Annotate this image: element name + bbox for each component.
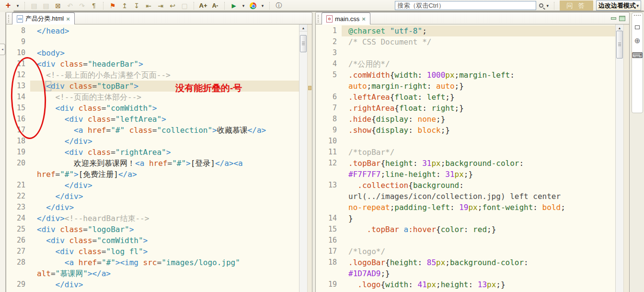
code-line[interactable]: #F7F7F7;line-height: 31px;} [316,169,615,180]
code-line[interactable]: alt="慕课网"></a> [6,268,299,279]
view-mode-select[interactable]: 边改边看模式 ▾ [596,0,641,11]
code-line[interactable]: 19 <div class="rightArea"> [6,147,299,158]
next-edit-button[interactable]: ↧ [131,1,142,11]
font-decrease-button[interactable]: A- [210,1,220,11]
tab-html-file[interactable]: <> 产品分类.html × [12,12,75,24]
code-line[interactable]: 20 欢迎来到慕课网！<a href="#">[登录]</a><a [6,158,299,169]
code-line[interactable]: 11<div class="headerBar"> [6,58,299,70]
code-line[interactable]: 9.show{display: block;} [316,125,615,136]
code-line[interactable]: 17/*logo*/ [316,246,615,257]
run-in-browser-button[interactable]: ▶ [229,1,239,11]
code-line[interactable]: 6.leftArea{float: left;} [316,92,615,103]
shift-right-button[interactable]: ⇥ [155,1,166,11]
right-scrollbar[interactable]: ▲ [615,24,623,292]
undo-button[interactable]: ↶ [65,1,75,11]
code-line[interactable]: 25<div class="logoBar"> [6,224,299,235]
code-line[interactable]: 27 <div class="log fl"> [6,246,299,257]
close-icon[interactable]: × [66,16,70,22]
feedback-button[interactable]: ⓘ [274,1,284,11]
web-globe-icon[interactable]: ⊕ [634,37,641,44]
restore-view-icon[interactable] [635,25,640,29]
code-line[interactable]: 8.hide{display: none;} [316,114,615,125]
code-line[interactable]: 13 <div class="topBar"> [6,81,299,92]
line-number: 17 [6,125,30,136]
tabbar-grip[interactable] [8,15,11,23]
code-line[interactable]: 16 [316,235,615,246]
sidebar-restore-handle[interactable]: ◂ [0,44,5,55]
code-line[interactable]: 29 </div> [6,279,299,290]
code-line[interactable]: 23 </div> [6,202,299,213]
close-icon[interactable]: × [362,16,366,22]
code-line[interactable]: 5.comWidth{width: 1000px;margin-left: [316,70,615,81]
bookmark-button[interactable]: ⚑ [107,1,118,11]
code-line[interactable]: 15 <div class="comWidth"> [6,103,299,114]
code-line[interactable]: 18.logoBar{height: 85px;background-color… [316,257,615,268]
code-line[interactable]: 12.topBar{height: 31px;background-color: [316,158,615,169]
window-maximize-icon[interactable] [619,16,625,21]
code-line[interactable]: 10 [316,136,615,147]
scroll-up-icon[interactable]: ▲ [299,24,307,32]
keyboard-icon[interactable]: ⌨ [632,52,643,59]
code-line[interactable]: auto;margin-right: auto;} [316,81,615,92]
code-line[interactable]: #1D7AD9;} [316,268,615,279]
run-in-chrome-button[interactable] [248,1,258,11]
code-line[interactable]: 4/*公用的*/ [316,58,615,70]
code-line[interactable]: 7.rightArea{float: right;} [316,103,615,114]
redo-button[interactable]: ↷ [77,1,87,11]
code-line[interactable]: 13 .collection{background: [316,180,615,191]
previous-edit-button[interactable]: ↥ [119,1,130,11]
code-line[interactable]: 12 <!--最上面的小条占满整个页面--> [6,70,299,81]
new-file-dropdown[interactable]: ▾ [15,1,21,11]
chrome-dropdown[interactable]: ▾ [260,1,265,11]
code-line[interactable]: 28 <a href="#"><img src="images/logo.jpg… [6,257,299,268]
qa-button[interactable]: 问 答 [560,0,593,11]
close-saved-files-button[interactable]: ⊠ [53,1,63,11]
code-line[interactable]: 22 </div> [6,191,299,202]
save-button[interactable]: ▤ [29,1,39,11]
left-scrollbar-thumb[interactable] [300,35,307,52]
right-scrollbar-thumb[interactable] [616,31,623,58]
code-line[interactable]: 16 <div class="leftArea"> [6,114,299,125]
highlight-marker[interactable] [308,86,311,90]
code-line[interactable]: 3 [316,47,615,58]
code-line[interactable]: 1@charset "utf-8"; [316,25,615,36]
search-icon[interactable] [539,3,543,8]
strip-grip[interactable] [634,15,641,17]
code-line[interactable]: 15 .topBar a:hover{color: red;} [316,224,615,235]
code-text: <div class="logoBar"> [30,224,299,235]
code-line[interactable]: 24</div><!--heardBar结束--> [6,213,299,224]
font-increase-button[interactable]: A+ [198,1,208,11]
line-number: 11 [316,147,342,158]
new-file-button[interactable]: + [3,1,13,11]
code-line[interactable]: 18 </div> [6,136,299,147]
code-line[interactable]: 26 <div class="comWidth"> [6,235,299,246]
code-line[interactable]: 19 .logo{width: 41px;height: 13px;} [316,279,615,290]
line-number: 18 [6,136,30,147]
code-line[interactable]: 8</head> [6,25,299,36]
window-minimize-icon[interactable] [611,17,616,20]
doc-action-disabled-button[interactable]: ▢ [179,1,190,11]
tab-label: main.css [335,15,359,23]
code-line[interactable]: url(../images/icon/collection.jpg) left … [316,191,615,202]
tab-css-file[interactable]: o main.css × [322,12,370,24]
shift-left-button[interactable]: ⇤ [143,1,154,11]
code-line[interactable]: no-repeat;padding-left: 19px;font-weight… [316,202,615,213]
reformat-button[interactable]: ¶ [89,1,99,11]
left-scrollbar[interactable]: ▲ [299,24,307,292]
code-line[interactable]: 14 <!--页面的主体部分--> [6,92,299,103]
run-browser-dropdown[interactable]: ▾ [241,1,246,11]
code-line[interactable]: 14} [316,213,615,224]
tabbar-grip[interactable] [318,15,321,23]
code-line[interactable]: 10<body> [6,47,299,58]
code-line[interactable]: 21 </div> [6,180,299,191]
last-edit-location-button[interactable]: ↩ [167,1,178,11]
save-all-button[interactable]: ▤ [41,1,51,11]
search-input[interactable] [395,1,536,10]
code-line[interactable]: 11/*topBar*/ [316,147,615,158]
code-line[interactable]: 2/* CSS Document */ [316,36,615,47]
search-dropdown-icon[interactable]: ▾ [546,3,549,8]
right-annotation-ruler [623,24,629,292]
code-line[interactable]: 9 [6,36,299,47]
code-line[interactable]: href="#">[免费注册]</a> [6,169,299,180]
code-line[interactable]: 17 <a href="#" class="collection">收藏慕课</… [6,125,299,136]
